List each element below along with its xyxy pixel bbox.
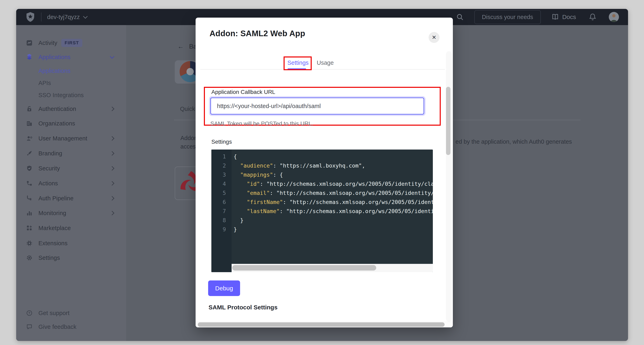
addon-saml2-modal: Addon: SAML2 Web App ✕ Settings Usage Ap… xyxy=(196,18,453,327)
navbar-divider xyxy=(41,13,42,22)
chevron-right-icon xyxy=(110,151,114,156)
tabs-divider xyxy=(200,69,445,70)
first-badge: FIRST xyxy=(61,39,82,47)
sidebar-item-label: Settings xyxy=(38,254,60,261)
editor-gutter: 1 2 3 4 5 6 7 8 9 xyxy=(211,150,232,272)
code-line: } xyxy=(234,216,244,225)
sidebar-item-activity[interactable]: Activity FIRST xyxy=(16,36,126,50)
callback-url-helper: SAML Token will be POSTed to this URL. xyxy=(210,120,313,127)
sidebar-item-label: Get support xyxy=(38,310,70,316)
code-line: "audience": "https://saml.boxyhq.com", xyxy=(234,161,365,170)
sidebar-item-marketplace[interactable]: Marketplace xyxy=(16,221,126,235)
chevron-right-icon xyxy=(110,107,114,111)
debug-button[interactable]: Debug xyxy=(208,280,240,296)
chevron-down-icon xyxy=(110,54,114,59)
sidebar-item-user-management[interactable]: User Management xyxy=(16,131,126,146)
modal-vertical-scrollbar-thumb[interactable] xyxy=(446,87,450,155)
chevron-right-icon xyxy=(110,196,114,201)
sidebar-item-label: Branding xyxy=(38,150,62,157)
sidebar-item-get-support[interactable]: ? Get support xyxy=(16,305,126,320)
chip-icon xyxy=(26,240,33,246)
settings-code-editor[interactable]: 1 2 3 4 5 6 7 8 9 { "audience": "https:/… xyxy=(211,150,433,272)
line-number: 9 xyxy=(214,225,226,234)
sidebar-item-settings[interactable]: Settings xyxy=(16,250,126,265)
annotation-settings-tab xyxy=(284,57,312,70)
sidebar-item-label: Organizations xyxy=(38,120,75,127)
line-number: 6 xyxy=(214,197,226,207)
callback-url-input[interactable] xyxy=(210,98,424,115)
activity-icon xyxy=(26,40,33,46)
code-line: } xyxy=(234,225,237,234)
code-line: { xyxy=(234,152,237,161)
sidebar-item-monitoring[interactable]: Monitoring xyxy=(16,206,126,221)
line-number: 5 xyxy=(214,188,226,197)
docs-link[interactable]: Docs xyxy=(551,14,576,21)
sidebar-item-authentication[interactable]: Authentication xyxy=(16,101,126,116)
sidebar-nav: Activity FIRST Applications Applications… xyxy=(16,25,126,341)
sidebar-item-give-feedback[interactable]: Give feedback xyxy=(16,319,126,334)
chevron-right-icon xyxy=(110,166,114,171)
sidebar-item-branding[interactable]: Branding xyxy=(16,146,126,161)
docs-label: Docs xyxy=(562,14,576,21)
book-icon xyxy=(551,14,559,21)
line-number: 4 xyxy=(214,179,226,188)
chevron-down-icon xyxy=(83,14,88,19)
page-description-fragment: ed by the application, which Auth0 gener… xyxy=(456,138,572,145)
sidebar-item-label: SSO Integrations xyxy=(38,92,84,99)
sidebar-item-extensions[interactable]: Extensions xyxy=(16,236,126,251)
sidebar-item-label: Auth Pipeline xyxy=(38,195,74,202)
sidebar-item-organizations[interactable]: Organizations xyxy=(16,116,126,131)
sidebar-item-auth-pipeline[interactable]: Auth Pipeline xyxy=(16,191,126,206)
chevron-right-icon xyxy=(110,136,114,141)
sidebar-item-label: Security xyxy=(38,165,60,172)
sidebar-item-label: Applications xyxy=(38,54,70,61)
sidebar-item-label: Extensions xyxy=(38,240,68,247)
code-line: "mappings": { xyxy=(234,170,283,179)
sidebar-item-security[interactable]: Security xyxy=(16,161,126,176)
settings-section-label: Settings xyxy=(211,139,232,145)
modal-horizontal-scrollbar[interactable] xyxy=(196,322,453,327)
building-icon xyxy=(26,120,33,127)
desktop-background: dev-tyj7qyzz Discuss your needs Docs xyxy=(0,0,644,345)
sidebar-item-label: Applications xyxy=(38,68,70,74)
sidebar-item-label: APIs xyxy=(38,80,51,86)
help-circle-icon: ? xyxy=(26,310,33,316)
svg-text:?: ? xyxy=(28,311,30,315)
editor-horizontal-scrollbar[interactable] xyxy=(232,264,433,272)
sidebar-item-actions[interactable]: Actions xyxy=(16,176,126,191)
user-avatar[interactable] xyxy=(609,12,619,22)
back-arrow-icon: ← xyxy=(178,43,184,50)
tab-usage[interactable]: Usage xyxy=(317,57,334,69)
speech-bubble-icon xyxy=(26,323,33,330)
editor-scrollbar-thumb[interactable] xyxy=(232,265,376,270)
sidebar-item-label: Marketplace xyxy=(38,225,71,231)
app-window: dev-tyj7qyzz Discuss your needs Docs xyxy=(16,9,628,341)
tenant-switcher[interactable]: dev-tyj7qyzz xyxy=(47,14,80,21)
sidebar-item-label: User Management xyxy=(38,135,88,142)
code-line: "firstName": "http://schemas.xmlsoap.org… xyxy=(234,197,433,207)
code-line: "email": "http://schemas.xmlsoap.org/ws/… xyxy=(234,188,433,197)
sidebar-subitem-sso-integrations[interactable]: SSO Integrations xyxy=(16,88,126,103)
line-number: 2 xyxy=(214,161,226,170)
callback-url-label: Application Callback URL xyxy=(211,89,275,95)
discuss-needs-button[interactable]: Discuss your needs xyxy=(474,10,541,24)
auth0-logo-icon[interactable] xyxy=(25,12,36,22)
close-icon[interactable]: ✕ xyxy=(428,32,440,43)
bell-icon[interactable] xyxy=(589,13,596,21)
lock-icon xyxy=(26,106,33,112)
modal-horizontal-scrollbar-thumb[interactable] xyxy=(198,322,444,327)
modal-title: Addon: SAML2 Web App xyxy=(210,29,305,38)
sidebar-item-label: Actions xyxy=(38,180,58,187)
chevron-right-icon xyxy=(110,211,114,215)
code-line: "lastName": "http://schemas.xmlsoap.org/… xyxy=(234,207,433,216)
search-icon[interactable] xyxy=(456,13,464,21)
modal-vertical-scrollbar[interactable] xyxy=(446,51,452,322)
saml-protocol-heading: SAML Protocol Settings xyxy=(208,304,278,311)
flow-icon xyxy=(26,180,33,187)
sidebar-item-applications[interactable]: Applications xyxy=(16,50,126,65)
line-number: 3 xyxy=(214,170,226,179)
user-gear-icon xyxy=(26,135,33,142)
editor-code-area: { "audience": "https://saml.boxyhq.com",… xyxy=(232,150,433,264)
line-number: 7 xyxy=(214,207,226,216)
sidebar-item-label: Monitoring xyxy=(38,210,66,216)
